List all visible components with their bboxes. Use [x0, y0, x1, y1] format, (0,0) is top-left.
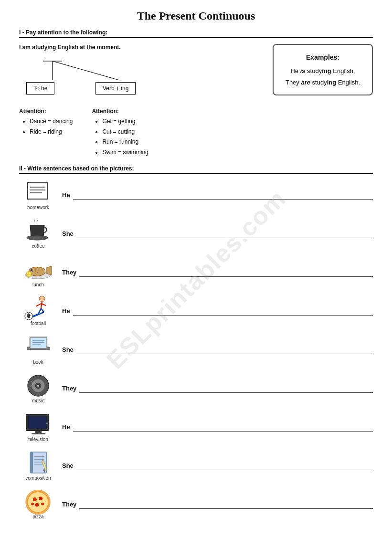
homework-label: homework	[19, 205, 57, 210]
answer-line-7[interactable]	[73, 423, 373, 432]
example2-verb: are	[301, 79, 310, 86]
image-col-9: pizza	[19, 489, 57, 519]
attention2-label: Attention:	[92, 108, 148, 115]
attention-block-1: Attention: Dance = dancing Ride = riding	[19, 108, 73, 158]
image-col-6: music	[19, 373, 57, 403]
answer-col-5: She	[62, 346, 373, 354]
lunch-label: lunch	[19, 282, 57, 287]
exercise-item-2: coffee She	[19, 219, 373, 249]
exercise-item-7: television He	[19, 412, 373, 442]
answer-col-8: She	[62, 462, 373, 470]
image-col-4: football	[19, 296, 57, 326]
attention2-item-2: Cut = cutting	[102, 127, 148, 137]
music-label: music	[19, 398, 57, 403]
svg-line-17	[41, 302, 42, 308]
exercise-list: homework He	[19, 180, 373, 519]
answer-line-4[interactable]	[73, 307, 373, 316]
answer-col-2: She	[62, 230, 373, 238]
attention-blocks: Attention: Dance = dancing Ride = riding…	[19, 103, 373, 158]
attention2-item-4: Swim = swimming	[102, 147, 148, 158]
example2-ing: ing	[327, 79, 337, 86]
example-sentence: I am studying English at the moment.	[19, 44, 258, 51]
subject-they-3: They	[62, 501, 76, 508]
svg-point-12	[31, 270, 32, 271]
exercise-item-9: pizza They	[19, 489, 373, 519]
examples-title: Examples:	[284, 52, 361, 63]
answer-line-6[interactable]	[79, 384, 373, 393]
section2-header: II - Write sentences based on the pictur…	[19, 165, 373, 174]
attention1-item-1: Dance = dancing	[30, 116, 73, 127]
composition-label: composition	[19, 475, 57, 481]
homework-icon	[23, 180, 53, 204]
svg-line-22	[41, 308, 44, 312]
answer-line-1[interactable]	[73, 191, 373, 200]
section-1: I - Pay attention to the following: I am…	[19, 29, 373, 158]
example1-ing: ing	[322, 67, 331, 74]
exercise-item-8: composition She	[19, 451, 373, 481]
svg-rect-28	[31, 338, 46, 348]
coffee-label: coffee	[19, 243, 57, 249]
subject-he-2: He	[62, 307, 70, 315]
book-label: book	[19, 359, 57, 365]
svg-rect-40	[32, 433, 45, 434]
image-col-3: lunch	[19, 257, 57, 287]
section-2: II - Write sentences based on the pictur…	[19, 165, 373, 519]
svg-rect-38	[28, 417, 46, 429]
football-label: football	[19, 321, 57, 326]
subject-she-1: She	[62, 230, 74, 237]
music-icon	[23, 373, 53, 397]
answer-line-3[interactable]	[79, 268, 373, 277]
book-icon	[23, 335, 53, 358]
image-col-1: homework	[19, 180, 57, 210]
attention1-item-2: Ride = riding	[30, 127, 73, 137]
answer-col-9: They	[62, 500, 373, 509]
svg-point-56	[31, 503, 34, 505]
exercise-item-3: lunch They	[19, 257, 373, 287]
svg-point-7	[27, 235, 48, 240]
svg-point-51	[28, 492, 48, 512]
section1-header: I - Pay attention to the following:	[19, 29, 373, 38]
image-col-5: book	[19, 335, 57, 365]
subject-he-1: He	[62, 191, 70, 199]
answer-col-4: He	[62, 307, 373, 316]
attention2-list: Get = getting Cut = cutting Run = runnin…	[92, 116, 148, 158]
svg-point-35	[37, 385, 39, 387]
verb-ing-box: Verb + ing	[95, 82, 136, 95]
image-col-8: composition	[19, 451, 57, 481]
svg-point-41	[46, 422, 48, 424]
answer-col-3: They	[62, 268, 373, 277]
subject-they-1: They	[62, 269, 76, 276]
lunch-icon	[23, 257, 53, 281]
image-col-7: television	[19, 412, 57, 442]
subject-he-3: He	[62, 423, 70, 431]
answer-line-5[interactable]	[76, 346, 373, 354]
examples-box: Examples: He is studying English. They a…	[273, 44, 373, 95]
attention1-list: Dance = dancing Ride = riding	[19, 116, 73, 137]
football-icon	[23, 296, 53, 320]
page-title: The Present Continuous	[19, 10, 373, 22]
attention2-item-1: Get = getting	[102, 116, 148, 127]
svg-point-54	[35, 503, 39, 507]
svg-point-53	[39, 497, 42, 501]
answer-line-2[interactable]	[76, 230, 373, 238]
answer-line-8[interactable]	[76, 462, 373, 470]
svg-line-1	[53, 61, 119, 80]
attention2-item-3: Run = running	[102, 137, 148, 147]
attention-block-2: Attention: Get = getting Cut = cutting R…	[92, 108, 148, 158]
answer-line-9[interactable]	[79, 500, 373, 509]
attention1-label: Attention:	[19, 108, 73, 115]
exercise-item-1: homework He	[19, 180, 373, 210]
subject-she-2: She	[62, 346, 74, 353]
exercise-item-6: music They	[19, 373, 373, 403]
to-be-box: To be	[26, 82, 54, 95]
svg-marker-10	[46, 266, 52, 275]
television-icon	[23, 412, 53, 436]
answer-col-6: They	[62, 384, 373, 393]
svg-line-18	[36, 304, 41, 306]
example2: They are studying English.	[284, 77, 361, 88]
coffee-icon	[23, 219, 53, 242]
example1-verb: is	[300, 67, 306, 74]
answer-col-7: He	[62, 423, 373, 432]
exercise-item-4: football He	[19, 296, 373, 326]
subject-they-2: They	[62, 385, 76, 392]
